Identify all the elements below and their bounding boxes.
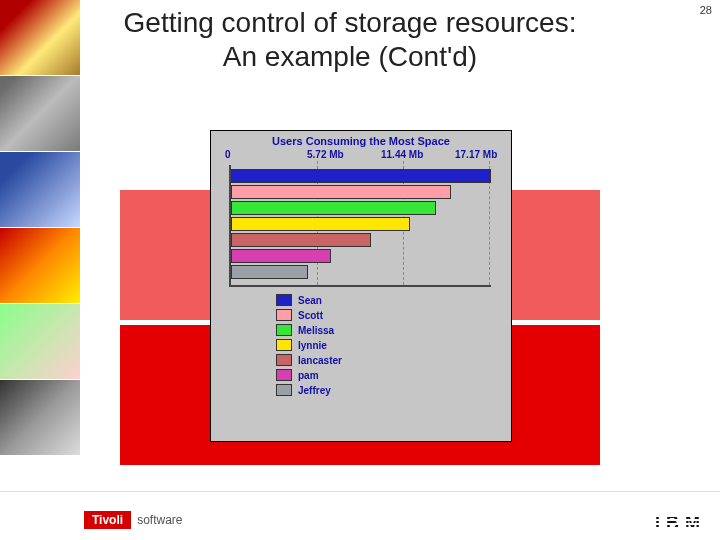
legend-label: Jeffrey [298, 385, 331, 396]
chart-legend: SeanScottMelissalynnielancasterpamJeffre… [276, 293, 446, 397]
tivoli-software-label: software [137, 513, 182, 527]
legend-item: Jeffrey [276, 383, 446, 397]
chart-bar [231, 217, 410, 231]
footer: Tivoli software IBM [0, 491, 720, 540]
legend-label: pam [298, 370, 319, 381]
legend-item: lynnie [276, 338, 446, 352]
x-tick-1: 5.72 Mb [307, 149, 344, 160]
chart-bar [231, 265, 308, 279]
x-tick-0: 0 [225, 149, 231, 160]
legend-label: Scott [298, 310, 323, 321]
chart-container: Users Consuming the Most Space 0 5.72 Mb… [210, 130, 512, 442]
x-tick-3: 17.17 Mb [455, 149, 497, 160]
legend-label: Melissa [298, 325, 334, 336]
legend-item: pam [276, 368, 446, 382]
chart-bar [231, 185, 451, 199]
page-title: Getting control of storage resources: An… [100, 6, 600, 73]
chart-plot-area [229, 165, 491, 287]
chart-bar [231, 249, 331, 263]
legend-swatch [276, 309, 292, 321]
title-line-1: Getting control of storage resources: [124, 7, 577, 38]
legend-swatch [276, 369, 292, 381]
legend-label: lynnie [298, 340, 327, 351]
legend-label: lancaster [298, 355, 342, 366]
x-tick-2: 11.44 Mb [381, 149, 423, 160]
legend-swatch [276, 294, 292, 306]
legend-item: Scott [276, 308, 446, 322]
tivoli-mark: Tivoli [84, 511, 131, 529]
legend-label: Sean [298, 295, 322, 306]
chart-bar [231, 233, 371, 247]
ibm-logo: IBM [655, 513, 706, 534]
title-line-2: An example (Cont'd) [223, 41, 477, 72]
chart-bar [231, 201, 436, 215]
tivoli-logo: Tivoli software [84, 510, 182, 530]
legend-swatch [276, 339, 292, 351]
legend-item: lancaster [276, 353, 446, 367]
legend-item: Melissa [276, 323, 446, 337]
decorative-image-strip [0, 0, 80, 540]
legend-swatch [276, 324, 292, 336]
chart-title: Users Consuming the Most Space [211, 131, 511, 149]
legend-item: Sean [276, 293, 446, 307]
chart-bar [231, 169, 491, 183]
legend-swatch [276, 384, 292, 396]
page-number: 28 [700, 4, 712, 16]
chart-x-axis-ticks: 0 5.72 Mb 11.44 Mb 17.17 Mb [221, 149, 501, 165]
legend-swatch [276, 354, 292, 366]
